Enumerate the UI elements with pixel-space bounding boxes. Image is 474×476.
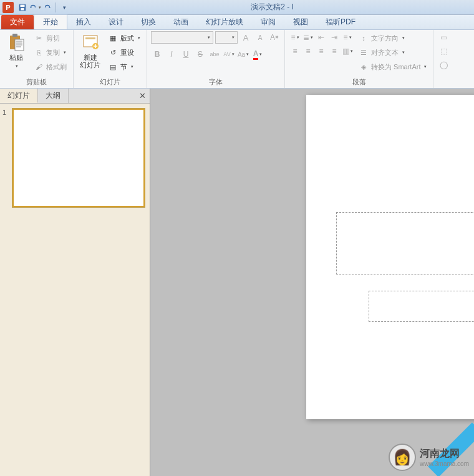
chevron-down-icon: ▾ <box>138 36 140 41</box>
title-placeholder[interactable]: 单 <box>336 212 474 274</box>
shape-icon[interactable]: ▭ <box>437 31 450 44</box>
paste-button[interactable]: 粘贴▾ <box>4 31 29 71</box>
line-spacing-button[interactable]: ≡▾ <box>341 31 354 44</box>
smartart-button[interactable]: ◈ 转换为 SmartArt▾ <box>356 60 429 74</box>
cut-button[interactable]: ✂ 剪切 <box>31 31 69 45</box>
file-tab[interactable]: 文件 <box>1 15 34 29</box>
svg-rect-7 <box>85 37 95 39</box>
align-text-label: 对齐文本 <box>371 48 399 57</box>
bullets-button[interactable]: ≡▾ <box>289 31 301 44</box>
align-text-icon: ☰ <box>359 47 369 57</box>
slide-canvas[interactable]: 单 I <box>306 95 474 419</box>
change-case-button[interactable]: Aa▾ <box>237 48 249 61</box>
scissors-icon: ✂ <box>34 33 44 43</box>
numbering-button[interactable]: ≣▾ <box>302 31 314 44</box>
format-painter-label: 格式刷 <box>46 62 67 72</box>
char-spacing-button[interactable]: AV▾ <box>223 48 235 61</box>
font-group-label: 字体 <box>151 77 281 88</box>
chevron-down-icon: ▾ <box>64 50 66 55</box>
tab-review[interactable]: 审阅 <box>252 15 284 29</box>
chevron-down-icon: ▾ <box>16 64 18 68</box>
new-slide-icon <box>80 32 100 52</box>
title-bar: P ▾ ▾ 演示文稿2 - I <box>0 0 474 15</box>
outline-tab[interactable]: 大纲 <box>38 89 69 103</box>
align-center-button[interactable]: ≡ <box>302 45 314 57</box>
new-slide-label: 新建 幻灯片 <box>80 54 100 69</box>
bold-button[interactable]: B <box>151 48 163 61</box>
clear-format-icon[interactable]: A✖ <box>268 31 281 44</box>
slides-group-label: 幻灯片 <box>77 77 143 88</box>
underline-button[interactable]: U <box>180 48 192 61</box>
slide-number: 1 <box>2 109 10 207</box>
strikethrough-button[interactable]: S <box>194 48 206 61</box>
decrease-indent-button[interactable]: ⇤ <box>315 31 327 44</box>
tab-design[interactable]: 设计 <box>100 15 132 29</box>
brush-icon: 🖌 <box>34 62 44 72</box>
svg-rect-1 <box>21 4 25 7</box>
tab-home[interactable]: 开始 <box>34 14 67 29</box>
paste-label: 粘贴 <box>9 54 23 61</box>
slide-thumbnail-item[interactable]: 1 <box>2 109 147 207</box>
close-panel-icon[interactable]: ✕ <box>139 91 146 100</box>
layout-label: 版式 <box>120 34 134 43</box>
tab-slideshow[interactable]: 幻灯片放映 <box>197 15 252 29</box>
align-right-button[interactable]: ≡ <box>315 45 327 57</box>
reset-button[interactable]: ↺ 重设 <box>105 46 143 59</box>
qat-redo-icon[interactable] <box>41 1 54 14</box>
copy-label: 复制 <box>46 48 60 57</box>
window-title: 演示文稿2 - I <box>70 2 474 12</box>
paragraph-group-label: 段落 <box>289 77 429 88</box>
increase-font-icon[interactable]: A <box>239 31 252 44</box>
tab-transitions[interactable]: 切换 <box>132 15 165 29</box>
watermark-url: www.3mama.com <box>420 460 469 467</box>
shadow-button[interactable]: abe <box>208 48 221 61</box>
cut-label: 剪切 <box>46 34 60 43</box>
slide-thumbnail[interactable] <box>12 109 145 207</box>
chevron-down-icon: ▾ <box>131 64 133 69</box>
section-label: 节 <box>120 62 127 72</box>
group-font: ▾ ▾ A A A✖ B I U S abe AV▾ Aa▾ A▾ 字体 <box>147 30 285 88</box>
qat-separator <box>56 2 56 12</box>
qat-customize-icon[interactable]: ▾ <box>58 1 70 14</box>
watermark-logo-icon: 👩 <box>389 444 416 471</box>
main-area: 幻灯片 大纲 ✕ 1 单 I 👩 河南龙网 www.3mama.co <box>0 89 474 476</box>
ribbon-tabs: 文件 开始 插入 设计 切换 动画 幻灯片放映 审阅 视图 福昕PDF <box>0 15 474 30</box>
slide-editor[interactable]: 单 I 👩 河南龙网 www.3mama.com <box>150 89 474 476</box>
qat-undo-icon[interactable]: ▾ <box>29 1 41 14</box>
section-button[interactable]: ▤ 节▾ <box>105 60 143 74</box>
format-painter-button[interactable]: 🖌 格式刷 <box>31 60 69 74</box>
section-icon: ▤ <box>108 62 118 72</box>
font-size-selector[interactable]: ▾ <box>215 31 238 44</box>
align-left-button[interactable]: ≡ <box>289 45 301 57</box>
italic-button[interactable]: I <box>165 48 178 61</box>
svg-rect-2 <box>21 7 24 10</box>
qat-save-icon[interactable] <box>16 1 29 14</box>
align-text-button[interactable]: ☰ 对齐文本▾ <box>356 46 429 59</box>
subtitle-placeholder[interactable]: I <box>369 291 474 322</box>
tab-animations[interactable]: 动画 <box>165 15 197 29</box>
layout-button[interactable]: ▦ 版式▾ <box>105 31 143 45</box>
text-direction-label: 文字方向 <box>371 34 399 43</box>
slides-tab[interactable]: 幻灯片 <box>0 89 38 103</box>
font-family-selector[interactable]: ▾ <box>151 31 213 44</box>
group-clipboard: 粘贴▾ ✂ 剪切 ⎘ 复制▾ 🖌 格式刷 剪贴板 <box>0 30 74 88</box>
side-tabs: 幻灯片 大纲 ✕ <box>0 89 150 104</box>
columns-button[interactable]: ▥▾ <box>341 45 354 57</box>
tab-view[interactable]: 视图 <box>284 15 317 29</box>
group-slides: 新建 幻灯片 ▦ 版式▾ ↺ 重设 ▤ 节▾ 幻灯片 <box>74 30 147 88</box>
copy-button[interactable]: ⎘ 复制▾ <box>31 46 69 59</box>
increase-indent-button[interactable]: ⇥ <box>328 31 341 44</box>
thumbnail-list[interactable]: 1 <box>0 104 150 476</box>
copy-icon: ⎘ <box>34 47 44 57</box>
styles-icon[interactable]: ◯ <box>437 59 450 71</box>
text-direction-button[interactable]: ↕ 文字方向▾ <box>356 31 429 45</box>
tab-foxit-pdf[interactable]: 福昕PDF <box>317 15 364 29</box>
font-color-button[interactable]: A▾ <box>251 48 264 61</box>
new-slide-button[interactable]: 新建 幻灯片 <box>77 31 103 70</box>
tab-insert[interactable]: 插入 <box>67 15 100 29</box>
arrange-icon[interactable]: ⬚ <box>437 45 450 57</box>
layout-icon: ▦ <box>108 33 118 43</box>
justify-button[interactable]: ≡ <box>328 45 341 57</box>
decrease-font-icon[interactable]: A <box>254 31 266 44</box>
group-paragraph: ≡▾ ≣▾ ⇤ ⇥ ≡▾ ≡ ≡ ≡ ≡ ▥▾ ↕ 文字方向▾ <box>285 30 433 88</box>
